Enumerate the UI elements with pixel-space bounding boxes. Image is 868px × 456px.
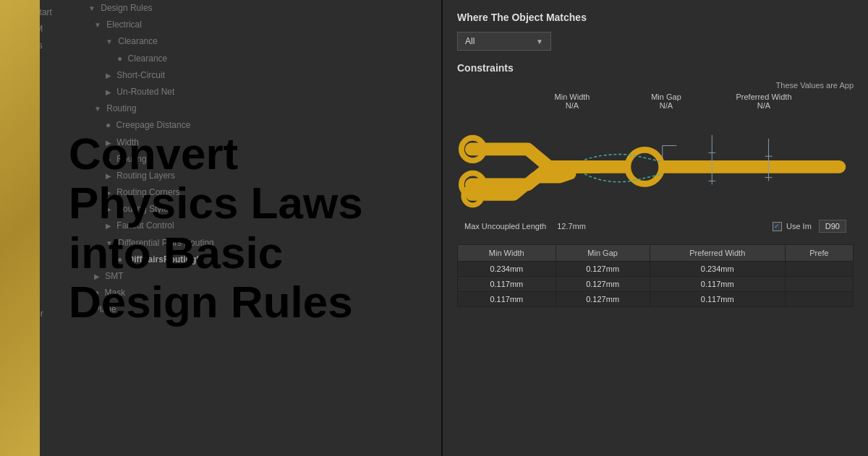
values-note: These Values are App	[457, 81, 854, 90]
diagram-labels: Max Uncoupled Length 12.7mm ✓ Use Im D90	[457, 217, 854, 236]
max-uncoupled-value: 12.7mm	[557, 222, 586, 231]
dropdown-arrow-icon: ▼	[536, 38, 543, 46]
table-row: 0.117mm 0.127mm 0.117mm	[458, 292, 854, 307]
title-line1: Convert	[69, 129, 238, 178]
table-cell: 0.127mm	[556, 292, 650, 307]
table-header-min-width: Min Width	[458, 245, 556, 262]
title-text: Convert Physics Laws into Basic Design R…	[69, 129, 363, 327]
title-card: Convert Physics Laws into Basic Design R…	[40, 86, 392, 370]
impedance-value-field[interactable]: D90	[819, 220, 846, 233]
col-value-preferred-width: N/A	[735, 101, 793, 110]
table-cell: 0.117mm	[650, 292, 785, 307]
all-dropdown[interactable]: All ▼	[457, 32, 551, 51]
col-value-min-gap: N/A	[641, 101, 692, 110]
table-cell	[785, 292, 853, 307]
use-impedance-label: Use Im	[786, 222, 812, 231]
table-cell: 0.127mm	[556, 277, 650, 292]
svg-point-4	[628, 150, 662, 184]
table-cell: 0.117mm	[458, 277, 556, 292]
dropdown-label: All	[465, 36, 475, 46]
title-line4: Design Rules	[69, 277, 353, 327]
table-cell	[785, 262, 853, 277]
table-header-prefe: Prefe	[785, 245, 853, 262]
pcb-svg	[457, 113, 854, 214]
table-cell: 0.127mm	[556, 262, 650, 277]
table-row: 0.234mm 0.127mm 0.234mm	[458, 262, 854, 277]
column-headers: Min Width N/A Min Gap N/A Preferred Widt…	[457, 93, 854, 110]
col-header-min-gap: Min Gap	[641, 93, 692, 101]
table-cell: 0.117mm	[650, 277, 785, 292]
table-header-preferred-width: Preferred Width	[650, 245, 785, 262]
right-panel: Where The Object Matches All ▼ Constrain…	[441, 0, 868, 456]
col-value-min-width: N/A	[547, 101, 597, 110]
constraints-section: Constraints These Values are App Min Wid…	[457, 62, 854, 307]
use-impedance-control[interactable]: ✓ Use Im D90	[773, 220, 846, 233]
max-uncoupled-text: Max Uncoupled Length	[464, 222, 546, 231]
table-cell: 0.234mm	[650, 262, 785, 277]
pcb-diagram	[457, 113, 854, 214]
table-cell: 0.234mm	[458, 262, 556, 277]
table-cell	[785, 277, 853, 292]
title-line3: into Basic	[69, 228, 283, 278]
table-cell: 0.117mm	[458, 292, 556, 307]
table-header-min-gap: Min Gap	[556, 245, 650, 262]
dropdown-row: All ▼	[457, 32, 854, 51]
table-row: 0.117mm 0.127mm 0.117mm	[458, 277, 854, 292]
constraints-label: Constraints	[457, 62, 854, 74]
title-overlay: Convert Physics Laws into Basic Design R…	[0, 0, 448, 456]
title-line2: Physics Laws	[69, 178, 363, 228]
where-object-matches-label: Where The Object Matches	[457, 12, 854, 23]
impedance-checkbox[interactable]: ✓	[773, 222, 782, 231]
col-header-min-width: Min Width	[547, 93, 597, 101]
constraints-table: Min Width Min Gap Preferred Width Prefe …	[457, 244, 854, 307]
max-uncoupled-label: Max Uncoupled Length 12.7mm	[464, 222, 586, 231]
col-header-preferred-width: Preferred Width	[735, 93, 793, 101]
